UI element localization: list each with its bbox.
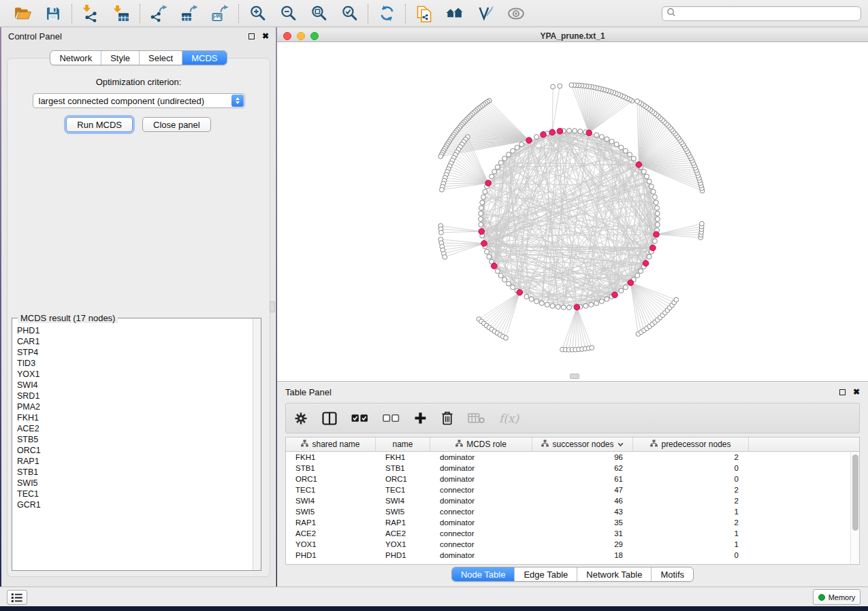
mcds-node-item[interactable]: PMA2 [17,401,252,412]
import-table-icon[interactable] [112,4,131,23]
save-icon[interactable] [44,4,63,23]
memory-button[interactable]: Memory [813,589,861,605]
mcds-node-item[interactable]: ACE2 [17,423,252,434]
column-header-predecessor-nodes[interactable]: predecessor nodes [633,437,749,451]
home-houses-icon[interactable] [445,4,464,23]
cell-predecessor-nodes: 0 [633,474,749,484]
tab-edge-table[interactable]: Edge Table [514,567,577,581]
mcds-node-item[interactable]: TEC1 [17,489,252,499]
table-row[interactable]: RAP1RAP1dominator352 [286,517,850,528]
column-header-MCDS-role[interactable]: MCDS role [430,437,532,451]
mcds-node-item[interactable]: SWI4 [17,380,252,391]
mcds-node-item[interactable]: PHD1 [17,325,252,336]
add-column-icon[interactable] [414,412,427,425]
zoom-fit-icon[interactable] [309,4,328,23]
mcds-node-item[interactable]: CAR1 [17,336,252,347]
mcds-node-item[interactable]: FKH1 [17,412,252,423]
import-network-icon[interactable] [81,4,100,23]
horizontal-splitter-handle[interactable] [570,374,579,379]
table-row[interactable]: SWI5SWI5connector431 [286,506,850,517]
mcds-node-item[interactable]: ORC1 [17,445,252,456]
tab-mcds[interactable]: MCDS [182,51,226,65]
table-header-row: shared namenameMCDS rolesuccessor nodesp… [286,437,859,452]
cell-filler [749,474,850,484]
tab-network-table[interactable]: Network Table [577,567,651,581]
table-scrollbar-thumb[interactable] [852,455,858,531]
table-row[interactable]: SWI4SWI4dominator462 [286,495,850,506]
table-scrollbar[interactable] [850,452,859,564]
optimization-criterion-select[interactable]: largest connected component (undirected) [33,93,245,108]
close-table-panel-icon[interactable]: ✖ [853,389,860,395]
table-row[interactable]: ACE2ACE2connector311 [286,528,850,539]
zoom-window-icon[interactable] [310,32,319,40]
cell-mcds-role: dominator [430,495,532,506]
zoom-selected-icon[interactable] [340,4,359,23]
mcds-node-item[interactable]: STB1 [17,467,252,478]
table-row[interactable]: ORC1ORC1dominator610 [286,474,850,484]
export-image-icon[interactable] [210,4,229,23]
tab-style[interactable]: Style [101,51,139,65]
search-input[interactable] [679,9,856,18]
network-window-titlebar[interactable]: YPA_prune.txt_1 [277,30,868,42]
split-panel-icon[interactable] [322,412,337,425]
task-list-button[interactable] [7,590,27,605]
mcds-list-scrollbar[interactable] [253,318,261,570]
visual-style-v-icon[interactable] [476,4,495,23]
function-builder-icon[interactable]: f(x) [499,412,519,425]
export-network-icon[interactable] [149,4,168,23]
app-window: Control Panel ✖ NetworkStyleSelectMCDS O… [0,0,868,611]
close-panel-button[interactable]: Close panel [142,117,211,132]
close-panel-icon[interactable]: ✖ [262,33,269,39]
mcds-node-item[interactable]: STP4 [17,347,252,358]
run-mcds-button[interactable]: Run MCDS [66,117,133,132]
tab-network[interactable]: Network [50,51,101,65]
cell-name: TEC1 [376,484,430,495]
float-panel-icon[interactable] [248,33,255,39]
close-window-icon[interactable] [283,32,291,40]
mcds-result-group: MCDS result (17 nodes) PHD1CAR1STP4TID3Y… [12,318,261,571]
select-all-checkboxes-icon[interactable] [351,414,368,423]
zoom-out-icon[interactable] [278,4,298,23]
minimize-window-icon[interactable] [297,32,305,40]
column-header-successor-nodes[interactable]: successor nodes [532,437,633,451]
eye-icon[interactable] [507,4,526,23]
table-row[interactable]: STB1STB1dominator620 [286,463,850,474]
tab-motifs[interactable]: Motifs [651,567,693,581]
refresh-icon[interactable] [377,4,396,23]
control-panel-header: Control Panel ✖ [1,27,276,45]
open-file-icon[interactable] [13,4,32,23]
cell-filler [749,452,850,463]
cell-mcds-role: connector [430,539,532,550]
mcds-node-item[interactable]: TID3 [17,358,252,369]
delete-table-icon[interactable] [468,412,485,424]
cell-name: SWI4 [376,495,430,506]
float-table-panel-icon[interactable] [839,389,846,395]
delete-icon[interactable] [441,411,453,425]
mcds-node-item[interactable]: YOX1 [17,369,252,380]
column-header-shared-name[interactable]: shared name [286,437,376,451]
table-panel-header: Table Panel ✖ [277,382,868,402]
table-row[interactable]: YOX1YOX1connector291 [286,539,850,550]
export-table-icon[interactable] [180,4,199,23]
network-canvas[interactable] [277,42,868,381]
table-row[interactable]: FKH1FKH1dominator962 [286,452,850,463]
tab-node-table[interactable]: Node Table [452,567,515,581]
deselect-all-checkboxes-icon[interactable] [383,414,400,423]
vertical-splitter-handle[interactable] [270,301,275,312]
cell-filler [749,484,850,495]
zoom-in-icon[interactable] [248,4,267,23]
document-network-icon[interactable] [415,4,434,23]
mcds-node-item[interactable]: STB5 [17,434,252,445]
table-row[interactable]: TEC1TEC1connector472 [286,484,850,495]
table-row[interactable]: PHD1PHD1dominator180 [286,550,850,561]
settings-gear-icon[interactable] [294,412,308,425]
mcds-node-item[interactable]: GCR1 [17,499,252,510]
cell-successor-nodes: 46 [532,495,633,506]
mcds-node-item[interactable]: SWI5 [17,478,252,489]
cell-filler [749,528,850,539]
column-header-name[interactable]: name [376,437,430,451]
cell-name: FKH1 [376,452,430,463]
tab-select[interactable]: Select [139,51,182,65]
mcds-node-item[interactable]: RAP1 [17,456,252,467]
mcds-node-item[interactable]: SRD1 [17,391,252,401]
